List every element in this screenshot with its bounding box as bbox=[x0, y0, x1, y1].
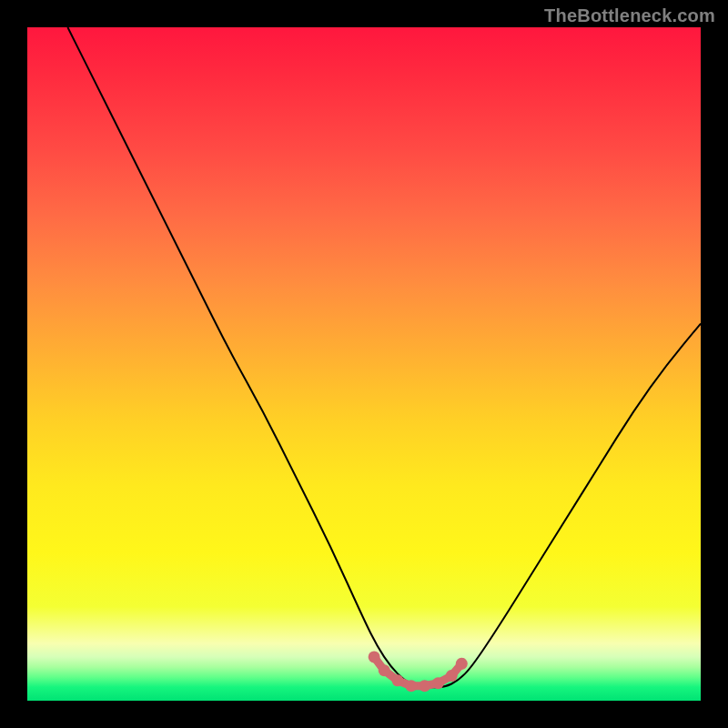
sweet-spot-dot bbox=[419, 680, 430, 692]
stage: TheBottleneck.com bbox=[0, 0, 728, 728]
sweet-spot-dot bbox=[405, 680, 417, 692]
bottleneck-chart bbox=[27, 27, 701, 701]
attribution-text: TheBottleneck.com bbox=[544, 5, 715, 26]
sweet-spot-dot bbox=[392, 674, 404, 686]
sweet-spot-dot bbox=[446, 670, 458, 682]
sweet-spot-dot bbox=[379, 664, 390, 676]
sweet-spot-dot bbox=[369, 651, 380, 662]
sweet-spot-dot bbox=[432, 677, 444, 689]
sweet-spot-dot bbox=[456, 658, 468, 670]
heat-gradient-background bbox=[27, 27, 701, 701]
chart-area bbox=[27, 27, 701, 701]
